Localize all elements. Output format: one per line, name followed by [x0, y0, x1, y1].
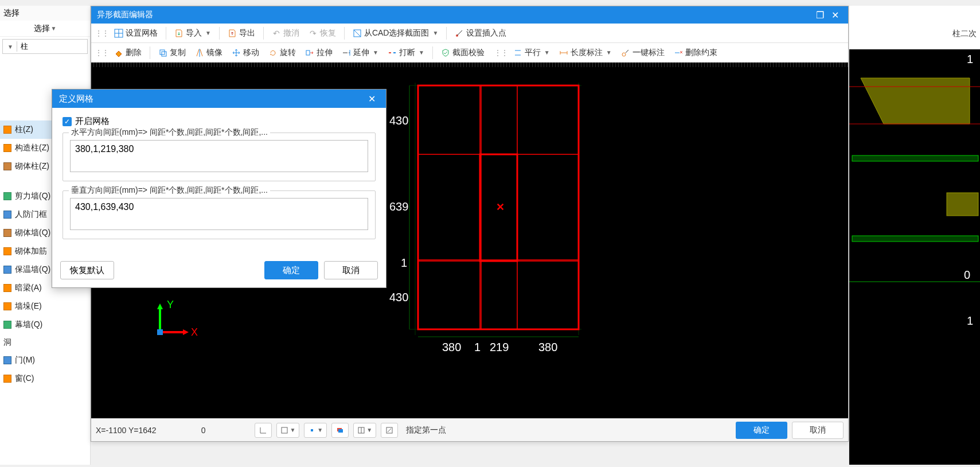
- undo-icon: ↶: [272, 29, 281, 38]
- shield-check-icon: [441, 48, 450, 57]
- auto-dim-button[interactable]: 一键标注: [618, 46, 668, 59]
- svg-rect-7: [160, 50, 165, 55]
- column-icon: [3, 144, 11, 152]
- v-spacing-input[interactable]: [70, 198, 368, 230]
- svg-rect-56: [947, 193, 978, 216]
- mirror-icon: [195, 48, 204, 57]
- snap-rect-button[interactable]: ▼: [276, 423, 299, 438]
- svg-rect-10: [306, 50, 310, 55]
- chevron-down-icon[interactable]: ▼: [373, 49, 378, 56]
- chevron-down-icon: ▼: [7, 44, 13, 50]
- svg-line-6: [457, 30, 462, 36]
- delete-button[interactable]: 删除: [111, 46, 145, 59]
- restore-icon[interactable]: ❐: [813, 9, 827, 21]
- parallel-button[interactable]: 平行▼: [510, 46, 553, 59]
- redo-button[interactable]: ↷恢复: [305, 27, 339, 40]
- right-tab[interactable]: 柱二次: [849, 23, 980, 45]
- stretch-button[interactable]: 拉伸: [302, 46, 336, 59]
- cad-icon: [353, 29, 362, 38]
- ruler-icon: [559, 48, 568, 57]
- cancel-button[interactable]: 取消: [792, 422, 844, 439]
- svg-text:1: 1: [967, 314, 973, 327]
- copy-icon: [158, 48, 167, 57]
- select-label: 选择: [34, 24, 50, 34]
- select-dropdown[interactable]: 选择▼: [0, 21, 90, 37]
- angle-readout: 0: [201, 426, 206, 435]
- window-titlebar[interactable]: 异形截面编辑器 ❐ ✕: [91, 6, 848, 24]
- close-icon[interactable]: ✕: [827, 9, 842, 21]
- snap-ortho-button[interactable]: [255, 423, 272, 438]
- tree-item-window[interactable]: 窗(C): [0, 369, 90, 388]
- undo-button[interactable]: ↶撤消: [268, 27, 303, 40]
- snap-grid-button[interactable]: ▼: [353, 423, 376, 438]
- delete-constraint-button[interactable]: 删除约束: [670, 46, 721, 59]
- column-icon: [3, 162, 11, 170]
- category-opening[interactable]: 洞: [0, 335, 90, 350]
- dialog-titlebar[interactable]: 定义网格 ✕: [52, 89, 386, 108]
- chevron-down-icon: ▼: [51, 25, 57, 32]
- wall-icon: [3, 247, 11, 255]
- set-grid-button[interactable]: 设置网格: [111, 27, 161, 40]
- from-cad-button[interactable]: 从CAD选择截面图▼: [349, 27, 442, 40]
- chevron-down-icon[interactable]: ▼: [419, 49, 424, 56]
- svg-text:0: 0: [964, 268, 970, 281]
- grip-icon: ⋮⋮: [95, 29, 108, 38]
- svg-marker-51: [861, 78, 970, 124]
- import-icon: [174, 29, 183, 38]
- import-button[interactable]: 导入▼: [171, 27, 214, 40]
- command-prompt[interactable]: 指定第一点: [406, 425, 446, 435]
- set-insert-point-button[interactable]: 设置插入点: [451, 27, 510, 40]
- tree-item-curtain-wall[interactable]: 幕墙(Q): [0, 316, 90, 334]
- center-x-marker: ✕: [496, 201, 505, 213]
- restore-default-button[interactable]: 恢复默认: [60, 261, 114, 279]
- move-button[interactable]: 移动: [228, 46, 263, 59]
- extend-icon: [342, 48, 351, 57]
- axis-y-label: Y: [167, 299, 174, 310]
- snap-layer-button[interactable]: [331, 423, 349, 438]
- grip-icon: ⋮⋮: [95, 48, 108, 57]
- tree-item-wall-pier[interactable]: 墙垛(E): [0, 297, 90, 316]
- tree-item-door[interactable]: 门(M): [0, 351, 90, 369]
- coord-readout: X=-1100 Y=1642: [96, 426, 157, 435]
- h-spacing-input[interactable]: [70, 140, 368, 172]
- wall-icon: [3, 211, 11, 219]
- snap-dyn-button[interactable]: [381, 423, 398, 438]
- checkbox-checked-icon: ✓: [63, 117, 72, 126]
- dialog-cancel-button[interactable]: 取消: [324, 261, 378, 279]
- chevron-down-icon[interactable]: ▼: [606, 49, 612, 56]
- validate-button[interactable]: 截面校验: [438, 46, 488, 59]
- svg-marker-39: [157, 303, 163, 309]
- chevron-down-icon[interactable]: ▼: [432, 30, 438, 36]
- axis-x-label: X: [191, 326, 198, 338]
- dialog-title: 定义网格: [59, 94, 93, 104]
- export-button[interactable]: 导出: [224, 27, 259, 40]
- export-icon: [228, 29, 237, 38]
- enable-grid-checkbox[interactable]: ✓ 开启网格: [63, 116, 376, 127]
- chevron-down-icon[interactable]: ▼: [544, 49, 550, 56]
- wall-icon: [3, 192, 11, 200]
- close-icon[interactable]: ✕: [364, 93, 379, 104]
- type-value: 柱: [21, 41, 28, 52]
- vertical-spacing-group: 垂直方向间距(mm)=> 间距*个数,间距,间距*个数,间距,...: [63, 190, 376, 239]
- select-header: 选择: [0, 6, 90, 21]
- chevron-down-icon[interactable]: ▼: [205, 30, 211, 36]
- column-icon: [3, 126, 11, 134]
- type-dropdown[interactable]: ▼ 柱: [2, 39, 88, 54]
- length-dim-button[interactable]: 长度标注▼: [556, 46, 615, 59]
- rotate-button[interactable]: 旋转: [265, 46, 299, 59]
- mirror-button[interactable]: 镜像: [192, 46, 226, 59]
- svg-marker-41: [183, 329, 189, 335]
- window-title: 异形截面编辑器: [97, 10, 153, 20]
- grip-icon: ⋮⋮: [494, 48, 507, 57]
- delete-constraint-icon: [674, 48, 683, 57]
- break-button[interactable]: 打断▼: [384, 46, 428, 59]
- tree-openings: 门(M) 窗(C): [0, 350, 90, 389]
- extend-button[interactable]: 延伸▼: [338, 46, 382, 59]
- right-preview-canvas[interactable]: 1 0 1: [849, 49, 980, 465]
- copy-button[interactable]: 复制: [155, 46, 189, 59]
- snap-point-button[interactable]: ▼: [304, 423, 327, 438]
- ok-button[interactable]: 确定: [736, 422, 787, 439]
- dialog-ok-button[interactable]: 确定: [264, 261, 318, 279]
- svg-line-4: [354, 30, 361, 37]
- redo-icon: ↷: [309, 29, 318, 38]
